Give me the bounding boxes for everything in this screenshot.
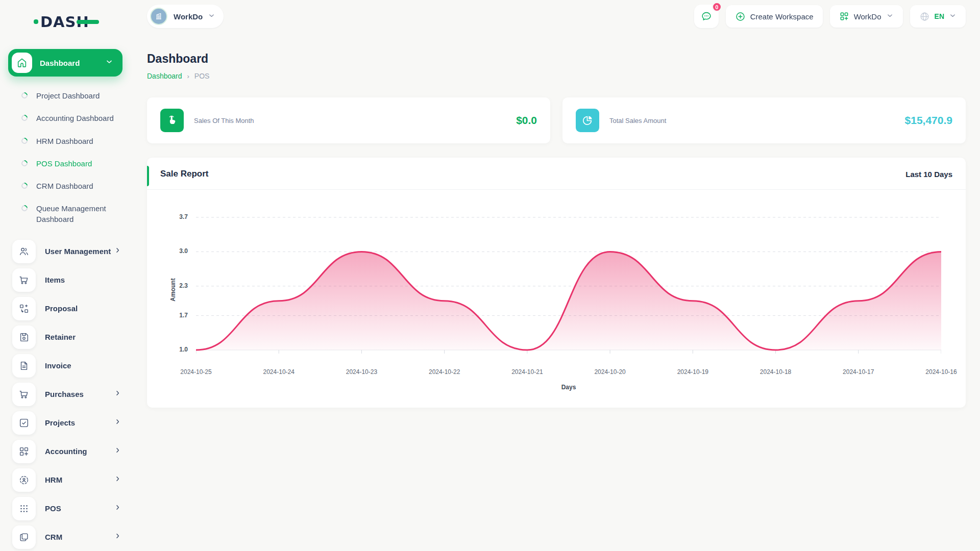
x-axis-tick-label: 2024-10-21 [511, 368, 543, 375]
chevron-right-icon [114, 532, 121, 542]
sidebar-item-label: User Management [45, 247, 111, 256]
sidebar-item-label: Invoice [45, 361, 71, 370]
sidebar-item-label: Accounting [45, 447, 87, 456]
sidebar-subitem-label: Queue Management Dashboard [36, 204, 114, 224]
sidebar-item-projects[interactable]: Projects [12, 411, 121, 435]
check-square-icon [12, 411, 36, 435]
y-axis-tick-label: 3.0 [164, 247, 188, 255]
stat-value: $0.0 [516, 114, 537, 127]
dashboard-submenu: Project DashboardAccounting DashboardHRM… [21, 85, 131, 231]
dash-logo: DASH [34, 12, 131, 33]
x-axis-tick-label: 2024-10-17 [843, 368, 874, 375]
x-axis-tick-label: 2024-10-19 [677, 368, 708, 375]
y-axis-tick-label: 1.7 [164, 312, 188, 319]
sidebar-item-proposal[interactable]: Proposal [12, 297, 121, 320]
sidebar-subitem-accounting-dashboard[interactable]: Accounting Dashboard [21, 107, 131, 130]
sidebar-item-accounting[interactable]: Accounting [12, 440, 121, 463]
sidebar-item-label: POS [45, 504, 61, 513]
language-button[interactable]: EN [910, 5, 966, 28]
globe-icon [919, 11, 930, 22]
area-chart: 3.73.02.31.71.0 [196, 212, 941, 365]
grid-plus-icon [12, 440, 36, 463]
stat-label: Sales Of This Month [194, 117, 254, 124]
chevron-down-icon [886, 12, 894, 21]
sidebar-subitem-pos-dashboard[interactable]: POS Dashboard [21, 153, 131, 175]
sidebar-item-items[interactable]: Items [12, 268, 121, 292]
sidebar-subitem-queue-management-dashboard[interactable]: Queue Management Dashboard [21, 197, 131, 231]
sidebar-item-label: Dashboard [40, 59, 80, 67]
x-axis-tick-label: 2024-10-20 [594, 368, 625, 375]
pie-icon [576, 109, 599, 132]
sidebar-item-user-management[interactable]: User Management [12, 240, 121, 263]
x-axis-labels: 2024-10-252024-10-242024-10-232024-10-22… [196, 368, 941, 379]
stat-cards-row: Sales Of This Month$0.0Total Sales Amoun… [147, 97, 966, 143]
y-axis-tick-label: 2.3 [164, 282, 188, 289]
sidebar-item-invoice[interactable]: Invoice [12, 354, 121, 378]
sidebar-subitem-label: Project Dashboard [36, 91, 100, 101]
sidebar-item-label: Items [45, 276, 65, 284]
top-header: WorkDo 0 Create Workspace [147, 4, 966, 29]
sidebar-item-hrm[interactable]: HRM [12, 468, 121, 492]
stat-value: $15,470.9 [905, 114, 952, 127]
chart-range-label: Last 10 Days [905, 170, 952, 179]
bullet-icon [20, 91, 29, 100]
x-axis-tick-label: 2024-10-18 [760, 368, 791, 375]
sidebar-item-purchases[interactable]: Purchases [12, 383, 121, 406]
invoice-icon [12, 354, 36, 378]
sidebar-item-label: Projects [45, 418, 75, 427]
bullet-icon [20, 159, 29, 167]
sidebar-subitem-project-dashboard[interactable]: Project Dashboard [21, 85, 131, 107]
chevron-right-icon [114, 475, 121, 485]
home-icon [12, 53, 32, 73]
create-workspace-button[interactable]: Create Workspace [726, 5, 823, 28]
breadcrumb-dashboard-link[interactable]: Dashboard [147, 72, 182, 80]
chevron-down-icon [208, 12, 215, 21]
bullet-icon [20, 136, 29, 145]
bullet-icon [20, 204, 29, 213]
grid-plus-icon [839, 11, 849, 21]
workspace-label: WorkDo [174, 12, 203, 21]
chart-title: Sale Report [160, 169, 208, 179]
sidebar-item-dashboard[interactable]: Dashboard [8, 49, 122, 77]
sidebar-subitem-label: Accounting Dashboard [36, 113, 114, 123]
workspace-button[interactable]: WorkDo [147, 5, 224, 28]
stat-label: Total Sales Amount [609, 117, 666, 124]
bullet-icon [20, 182, 29, 190]
sidebar-item-crm[interactable]: CRM [12, 525, 121, 549]
chevron-right-icon [114, 446, 121, 456]
x-axis-tick-label: 2024-10-23 [346, 368, 377, 375]
chevron-right-icon [114, 504, 121, 513]
sidebar-item-label: Retainer [45, 333, 76, 341]
x-axis-tick-label: 2024-10-22 [429, 368, 460, 375]
users-icon [12, 240, 36, 263]
cart-icon [12, 383, 36, 406]
card-accent-bar [147, 166, 149, 186]
x-axis-tick-label: 2024-10-25 [180, 368, 211, 375]
plus-circle-icon [735, 11, 746, 22]
y-axis-tick-label: 3.7 [164, 213, 188, 220]
sidebar-item-label: Purchases [45, 390, 84, 398]
messages-count-badge: 0 [712, 2, 722, 12]
chevron-down-icon [105, 58, 113, 68]
sidebar-item-label: CRM [45, 533, 62, 541]
sidebar-subitem-crm-dashboard[interactable]: CRM Dashboard [21, 175, 131, 197]
sidebar-subitem-hrm-dashboard[interactable]: HRM Dashboard [21, 130, 131, 153]
sidebar-item-retainer[interactable]: Retainer [12, 325, 121, 349]
workspace-avatar [150, 8, 167, 25]
chart-header: Sale Report Last 10 Days [147, 158, 966, 190]
sidebar-item-label: HRM [45, 475, 62, 484]
x-axis-tick-label: 2024-10-24 [263, 368, 295, 375]
sale-report-card: Sale Report Last 10 Days Amount 3.73.02.… [147, 158, 966, 408]
main-content: Dashboard Dashboard › POS Sales Of This … [147, 0, 980, 408]
page-title: Dashboard [147, 52, 980, 66]
sidebar-subitem-label: HRM Dashboard [36, 136, 93, 146]
save-icon [12, 325, 36, 349]
messages-button[interactable]: 0 [694, 5, 719, 28]
sidebar-menu: User ManagementItemsProposalRetainerInvo… [0, 240, 131, 549]
create-workspace-label: Create Workspace [750, 12, 814, 21]
sidebar-item-label: Proposal [45, 304, 78, 313]
tap-icon [160, 109, 184, 132]
sidebar-item-pos[interactable]: POS [12, 497, 121, 520]
workspace-switcher-button[interactable]: WorkDo [830, 5, 903, 28]
x-axis-tick-label: 2024-10-16 [925, 368, 957, 375]
